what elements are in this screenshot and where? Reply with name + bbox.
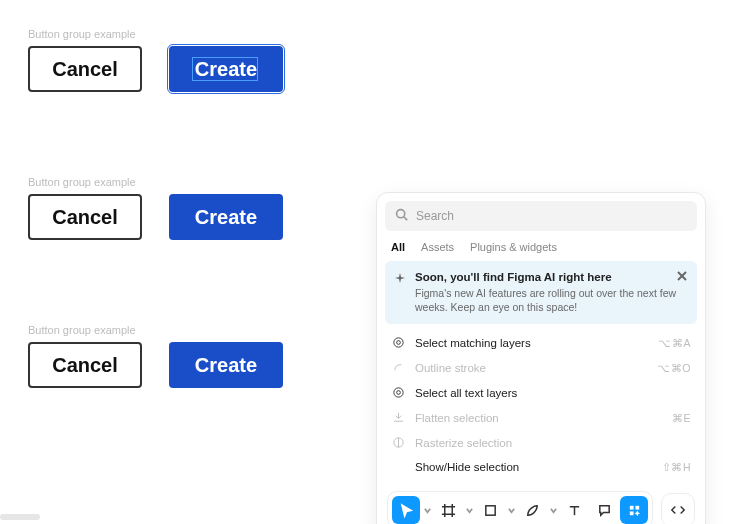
svg-point-4: [393, 338, 402, 347]
group-label: Button group example: [28, 324, 283, 336]
svg-rect-20: [629, 511, 633, 515]
tab-plugins[interactable]: Plugins & widgets: [470, 241, 557, 253]
create-button[interactable]: Create: [169, 194, 283, 240]
create-button[interactable]: Create: [169, 342, 283, 388]
dev-mode-button[interactable]: [661, 493, 695, 524]
action-shortcut: ⌥⌘A: [658, 337, 691, 349]
action-label: Show/Hide selection: [415, 461, 652, 473]
ai-tool[interactable]: [620, 496, 648, 524]
svg-line-1: [404, 217, 407, 220]
search-icon: [395, 207, 408, 225]
action-label: Flatten selection: [415, 412, 662, 424]
action-rasterize-selection: Rasterize selection: [385, 430, 697, 455]
tabs: All Assets Plugins & widgets: [385, 231, 697, 261]
svg-rect-18: [629, 506, 633, 510]
action-label: Select matching layers: [415, 337, 648, 349]
pen-tool-caret[interactable]: [548, 507, 558, 514]
action-list: Select matching layers ⌥⌘A Outline strok…: [385, 330, 697, 479]
svg-rect-19: [635, 506, 639, 510]
svg-point-6: [393, 388, 402, 397]
button-group-example-2: Button group example Cancel Create: [28, 176, 283, 240]
svg-point-7: [396, 391, 400, 395]
close-icon[interactable]: [675, 269, 689, 283]
flatten-icon: [391, 411, 405, 424]
move-tool[interactable]: [392, 496, 420, 524]
create-button[interactable]: Create: [169, 46, 283, 92]
tab-all[interactable]: All: [391, 241, 405, 253]
action-shortcut: ⇧⌘H: [662, 461, 691, 473]
svg-point-5: [396, 341, 400, 345]
action-label: Select all text layers: [415, 387, 681, 399]
action-outline-stroke: Outline stroke ⌥⌘O: [385, 355, 697, 380]
cancel-button[interactable]: Cancel: [28, 46, 142, 92]
action-select-all-text-layers[interactable]: Select all text layers: [385, 380, 697, 405]
action-label: Rasterize selection: [415, 437, 681, 449]
toolbar-row: [385, 483, 697, 524]
target-icon: [391, 336, 405, 349]
notice-title: Soon, you'll find Figma AI right here: [415, 271, 687, 283]
button-group: Cancel Create: [28, 194, 283, 240]
shape-tool[interactable]: [476, 496, 504, 524]
rasterize-icon: [391, 436, 405, 449]
create-button-label: Create: [195, 58, 257, 81]
horizontal-scrollbar[interactable]: [0, 514, 40, 520]
notice-body: Figma's new AI features are rolling out …: [415, 286, 687, 314]
action-flatten-selection: Flatten selection ⌘E: [385, 405, 697, 430]
text-tool[interactable]: [560, 496, 588, 524]
cancel-button[interactable]: Cancel: [28, 194, 142, 240]
button-group: Cancel Create: [28, 46, 283, 92]
pen-tool[interactable]: [518, 496, 546, 524]
action-select-matching-layers[interactable]: Select matching layers ⌥⌘A: [385, 330, 697, 355]
frame-tool-caret[interactable]: [464, 507, 474, 514]
button-group: Cancel Create: [28, 342, 283, 388]
button-group-example-3: Button group example Cancel Create: [28, 324, 283, 388]
tab-assets[interactable]: Assets: [421, 241, 454, 253]
move-tool-caret[interactable]: [422, 507, 432, 514]
button-group-example-1: Button group example Cancel Create: [28, 28, 283, 92]
action-show-hide-selection[interactable]: Show/Hide selection ⇧⌘H: [385, 455, 697, 479]
ai-notice: Soon, you'll find Figma AI right here Fi…: [385, 261, 697, 324]
quick-actions-panel: All Assets Plugins & widgets Soon, you'l…: [376, 192, 706, 524]
outline-icon: [391, 361, 405, 374]
sparkle-icon: [394, 271, 406, 289]
frame-tool[interactable]: [434, 496, 462, 524]
svg-point-0: [397, 210, 405, 218]
cancel-button[interactable]: Cancel: [28, 342, 142, 388]
group-label: Button group example: [28, 176, 283, 188]
comment-tool[interactable]: [590, 496, 618, 524]
search-input[interactable]: [416, 209, 687, 223]
search-bar[interactable]: [385, 201, 697, 231]
toolbar: [387, 491, 653, 524]
action-label: Outline stroke: [415, 362, 647, 374]
shape-tool-caret[interactable]: [506, 507, 516, 514]
svg-rect-15: [485, 506, 494, 515]
group-label: Button group example: [28, 28, 283, 40]
action-shortcut: ⌥⌘O: [657, 362, 691, 374]
target-icon: [391, 386, 405, 399]
action-shortcut: ⌘E: [672, 412, 691, 424]
